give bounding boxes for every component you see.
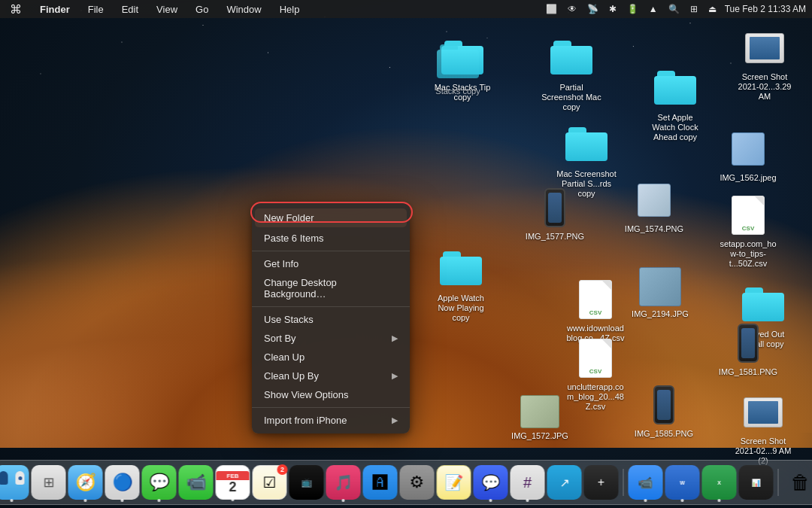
dock-icon-calculator[interactable]: +: [584, 465, 619, 500]
dock-icon-facetime[interactable]: 📹: [179, 465, 214, 500]
notification-icon[interactable]: ⏏: [706, 4, 719, 14]
dock-dot-safari: [84, 499, 87, 502]
menubar-right: ⬜ 👁 📡 ✱ 🔋 ▲ 🔍 ⊞ ⏏ Tue Feb 2 11:33 AM: [544, 4, 806, 14]
dock-icon-reminders[interactable]: ☑ 2: [253, 465, 287, 500]
desktop-icon-partial-screenshot[interactable]: Partial Screenshot Mac copy: [541, 38, 601, 113]
airdrop-icon[interactable]: 📡: [585, 4, 601, 14]
dock-icon-zoom[interactable]: 📹: [629, 465, 663, 500]
desktop-icon-img-1585[interactable]: IMG_1585.PNG: [634, 384, 694, 439]
dock-icon-messenger[interactable]: 💬: [474, 465, 508, 500]
dock-icon-finder[interactable]: [0, 465, 29, 500]
desktop-icon-unclutter-csv[interactable]: unclutterapp.com_blog_20...48Z.csv: [565, 337, 626, 412]
context-menu-change-bg[interactable]: Change Desktop Background…: [252, 273, 410, 303]
dock-icon-slack[interactable]: #: [511, 465, 545, 500]
menubar: ⌘ Finder File Edit View Go Window Help ⬜…: [0, 0, 812, 18]
reminders-badge: 2: [277, 464, 288, 475]
menubar-left: ⌘ Finder File Edit View Go Window Help: [6, 1, 303, 18]
dock-icon-calendar[interactable]: FEB 2: [216, 465, 250, 500]
dock-dot-music: [342, 499, 345, 502]
menubar-file[interactable]: File: [84, 2, 108, 17]
context-menu-use-stacks[interactable]: Use Stacks: [252, 310, 410, 329]
context-menu-sep-2: [252, 306, 410, 307]
screen-record-icon[interactable]: ⬜: [544, 4, 559, 14]
dock: ⊞ 🧭 🔵 💬 📹 FEB 2 ☑: [0, 460, 812, 505]
desktop-icon-img-1572[interactable]: IMG_1572.JPG: [510, 395, 570, 441]
desktop-icon-img-1562[interactable]: IMG_1562.jpeg: [718, 128, 778, 183]
screen-capture-icon[interactable]: 👁: [565, 4, 579, 14]
desktop: ⌘ Finder File Edit View Go Window Help ⬜…: [0, 0, 812, 508]
search-icon[interactable]: 🔍: [666, 4, 682, 14]
context-menu-show-view-options[interactable]: Show View Options: [252, 385, 410, 404]
context-menu-paste[interactable]: Paste 6 Items: [252, 229, 410, 248]
desktop-icon-apple-watch-now[interactable]: Apple Watch Now Playing copy: [431, 248, 491, 324]
dock-icon-appletv[interactable]: 📺: [289, 465, 324, 500]
context-menu-get-info[interactable]: Get Info: [252, 254, 410, 273]
context-menu-clean-up[interactable]: Clean Up: [252, 348, 410, 367]
dock-icon-settings[interactable]: ⚙: [400, 465, 435, 500]
dock-separator-2: [778, 469, 779, 496]
menubar-app-name[interactable]: Finder: [36, 2, 74, 17]
dock-icon-transloader[interactable]: ↗: [547, 465, 582, 500]
dock-dot-word: [681, 499, 684, 502]
bluetooth-icon[interactable]: ✱: [607, 4, 619, 14]
control-center-icon[interactable]: ⊞: [688, 4, 700, 14]
dock-icon-appstore[interactable]: 🅰: [363, 465, 398, 500]
dock-icon-excel[interactable]: X: [702, 465, 737, 500]
dock-dot-finder: [11, 499, 14, 502]
wifi-icon[interactable]: ▲: [647, 4, 660, 14]
desktop-icon-setapp-csv[interactable]: setapp.com_how-to_tips-t...50Z.csv: [718, 194, 778, 269]
clean-up-by-arrow: ▶: [392, 371, 398, 381]
desktop-icon-stacks-copy[interactable]: Stacks copy: [428, 41, 488, 96]
dock-icon-launchpad[interactable]: ⊞: [32, 465, 66, 500]
menubar-edit[interactable]: Edit: [118, 2, 142, 17]
dock-dot-messenger: [489, 499, 492, 502]
dock-dot-slack: [526, 499, 529, 502]
dock-dot-excel: [718, 499, 721, 502]
desktop-icon-set-apple-watch[interactable]: Set Apple Watch Clock Ahead copy: [645, 68, 705, 143]
context-menu-import-iphone[interactable]: Import from iPhone ▶: [252, 411, 410, 430]
context-menu-sort-by[interactable]: Sort By ▶: [252, 329, 410, 348]
context-menu-new-folder[interactable]: New Folder: [255, 208, 407, 227]
desktop-icon-img-1581[interactable]: IMG_1581.PNG: [718, 322, 778, 377]
dock-icon-word[interactable]: W: [665, 465, 700, 500]
dock-dot-messages: [158, 499, 161, 502]
dock-dot-zoom: [644, 499, 647, 502]
import-iphone-arrow: ▶: [392, 415, 398, 425]
desktop-icon-www-csv[interactable]: www.idownloadblog.co...4Z.csv: [565, 278, 626, 343]
dock-icon-istatmenus[interactable]: 📊: [739, 465, 774, 500]
context-menu-sep-1: [252, 251, 410, 251]
dock-icon-chrome[interactable]: 🔵: [105, 465, 140, 500]
dock-icon-safari[interactable]: 🧭: [68, 465, 103, 500]
menubar-view[interactable]: View: [153, 2, 181, 17]
desktop-icon-img-2194[interactable]: IMG_2194.JPG: [630, 267, 690, 319]
context-menu-clean-up-by[interactable]: Clean Up By ▶: [252, 367, 410, 385]
dock-icon-music[interactable]: 🎵: [326, 465, 361, 500]
dock-dot-chrome: [121, 499, 124, 502]
menubar-help[interactable]: Help: [276, 2, 304, 17]
battery-icon[interactable]: 🔋: [625, 4, 641, 14]
desktop-icon-screenshot-bottom[interactable]: Screen Shot 2021-02...9 AM (2): [733, 391, 793, 467]
desktop-icon-img-1577[interactable]: IMG_1577.PNG: [525, 187, 585, 242]
menubar-window[interactable]: Window: [223, 2, 265, 17]
sort-by-arrow: ▶: [392, 333, 398, 343]
dock-dot-calendar: [232, 498, 235, 501]
dock-icon-trash[interactable]: 🗑: [783, 465, 813, 500]
context-menu-sep-3: [252, 407, 410, 408]
desktop-icon-screenshot-top[interactable]: Screen Shot 2021-02...3.29 AM: [735, 27, 795, 102]
menubar-clock: Tue Feb 2 11:33 AM: [725, 4, 806, 14]
dock-separator: [623, 469, 624, 496]
dock-icon-messages[interactable]: 💬: [142, 465, 177, 500]
apple-menu[interactable]: ⌘: [6, 1, 26, 18]
context-menu: New Folder Paste 6 Items Get Info Change…: [252, 203, 410, 433]
dock-icon-notes[interactable]: 📝: [437, 465, 471, 500]
menubar-go[interactable]: Go: [192, 2, 212, 17]
desktop-icon-img-1574[interactable]: IMG_1574.PNG: [624, 179, 684, 234]
